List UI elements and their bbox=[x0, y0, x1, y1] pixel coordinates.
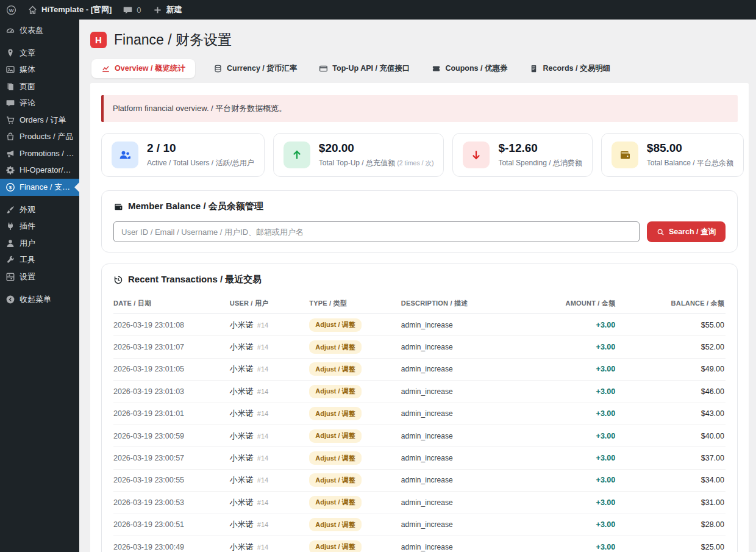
new-content-link[interactable]: 新建 bbox=[152, 4, 182, 15]
content-panel: Platform financial overview. / 平台财务数据概览。… bbox=[90, 83, 749, 552]
transaction-type: Adjust / 调整 bbox=[309, 340, 401, 354]
sidebar-item-label: Orders / 订单 bbox=[20, 115, 66, 126]
member-search-input[interactable] bbox=[113, 221, 640, 242]
user-id: #14 bbox=[255, 454, 268, 462]
comment-bubble-icon bbox=[123, 5, 133, 15]
member-balance-title: Member Balance / 会员余额管理 bbox=[113, 201, 726, 212]
sidebar-item-finance[interactable]: $Finance / 支付通 bbox=[0, 179, 79, 196]
transaction-row: 2026-03-19 23:01:08小米诺 #14Adjust / 调整adm… bbox=[113, 314, 726, 336]
bag-icon bbox=[5, 132, 15, 142]
transaction-date: 2026-03-19 23:01:01 bbox=[113, 409, 230, 418]
transaction-amount: +3.00 bbox=[536, 498, 616, 507]
stat-label: Total Spending / 总消费额 bbox=[498, 158, 582, 168]
svg-text:$: $ bbox=[9, 185, 12, 190]
search-button[interactable]: Search / 查询 bbox=[647, 221, 726, 242]
transaction-row: 2026-03-19 23:00:51小米诺 #14Adjust / 调整adm… bbox=[113, 514, 726, 536]
page-title: Finance / 财务设置 bbox=[114, 30, 232, 49]
transaction-user: 小米诺 #14 bbox=[230, 497, 310, 508]
transaction-description: admin_increase bbox=[401, 409, 536, 418]
member-balance-card: Member Balance / 会员余额管理 Search / 查询 bbox=[101, 190, 738, 253]
transaction-description: admin_increase bbox=[401, 454, 536, 462]
transaction-row: 2026-03-19 23:00:55小米诺 #14Adjust / 调整adm… bbox=[113, 470, 726, 492]
type-badge: Adjust / 调整 bbox=[309, 362, 361, 376]
transaction-type: Adjust / 调整 bbox=[309, 451, 401, 465]
transaction-amount: +3.00 bbox=[536, 343, 616, 351]
sidebar-item-tools[interactable]: 工具 bbox=[0, 252, 79, 269]
collapse-icon bbox=[5, 295, 15, 304]
tab-label: Overview / 概览统计 bbox=[115, 63, 185, 74]
transaction-amount: +3.00 bbox=[536, 454, 616, 462]
brush-icon bbox=[5, 205, 15, 215]
sidebar-item-collapse[interactable]: 收起菜单 bbox=[0, 291, 79, 308]
wp-logo-menu[interactable]: W bbox=[6, 5, 16, 15]
sidebar-item-label: 外观 bbox=[20, 204, 35, 215]
stat-card-balance: $85.00Total Balance / 平台总余额 bbox=[601, 133, 744, 177]
sidebar-item-posts[interactable]: 文章 bbox=[0, 45, 79, 62]
sidebar-item-label: 媒体 bbox=[20, 64, 35, 75]
transaction-amount: +3.00 bbox=[536, 321, 616, 329]
user-id: #14 bbox=[255, 521, 268, 528]
column-header: USER / 用户 bbox=[230, 299, 310, 308]
sidebar-item-label: 插件 bbox=[20, 221, 35, 232]
transaction-date: 2026-03-19 23:00:59 bbox=[113, 432, 230, 440]
type-badge: Adjust / 调整 bbox=[309, 385, 361, 398]
table-header-row: DATE / 日期USER / 用户TYPE / 类型DESCRIPTION /… bbox=[113, 293, 726, 314]
tab-records[interactable]: Records / 交易明细 bbox=[526, 59, 613, 78]
transaction-balance: $40.00 bbox=[615, 432, 726, 440]
coins-icon bbox=[213, 64, 223, 73]
transaction-date: 2026-03-19 23:01:05 bbox=[113, 365, 230, 373]
transaction-amount: +3.00 bbox=[536, 432, 616, 440]
site-link[interactable]: HiTemplate - [官网] bbox=[27, 4, 112, 15]
sidebar-item-plugins[interactable]: 插件 bbox=[0, 218, 79, 235]
card-icon bbox=[319, 64, 328, 73]
tab-currency[interactable]: Currency / 货币汇率 bbox=[210, 59, 301, 78]
transaction-type: Adjust / 调整 bbox=[309, 518, 401, 531]
sidebar-item-promotions[interactable]: Promotions / 促销 bbox=[0, 145, 79, 162]
tab-topup-api[interactable]: Top-Up API / 充值接口 bbox=[315, 59, 413, 78]
user-id: #14 bbox=[255, 365, 268, 373]
wp-admin-bar: W HiTemplate - [官网] 0 新建 bbox=[0, 0, 756, 20]
pages-icon bbox=[5, 82, 15, 91]
tab-label: Coupons / 优惠券 bbox=[445, 63, 507, 74]
column-header: TYPE / 类型 bbox=[309, 299, 401, 308]
tab-coupons[interactable]: Coupons / 优惠券 bbox=[428, 59, 511, 78]
home-icon bbox=[27, 5, 38, 15]
media-icon bbox=[5, 65, 15, 74]
sidebar-item-pages[interactable]: 页面 bbox=[0, 78, 79, 95]
sidebar-item-orders[interactable]: Orders / 订单 bbox=[0, 112, 79, 129]
sidebar-item-dashboard[interactable]: 仪表盘 bbox=[0, 22, 79, 39]
stat-card-users: 2 / 10Active / Total Users / 活跃/总用户 bbox=[101, 133, 265, 177]
transaction-balance: $46.00 bbox=[615, 387, 726, 396]
sidebar-item-label: 收起菜单 bbox=[20, 294, 51, 305]
transaction-description: admin_increase bbox=[401, 543, 536, 551]
sidebar-item-hi-operator[interactable]: Hi-Operator/设置 bbox=[0, 162, 79, 179]
sidebar-item-appearance[interactable]: 外观 bbox=[0, 201, 79, 218]
transaction-date: 2026-03-19 23:01:03 bbox=[113, 387, 230, 396]
transaction-balance: $28.00 bbox=[615, 520, 726, 529]
search-icon bbox=[657, 228, 665, 236]
transaction-type: Adjust / 调整 bbox=[309, 362, 401, 376]
transaction-row: 2026-03-19 23:01:07小米诺 #14Adjust / 调整adm… bbox=[113, 336, 726, 358]
type-badge: Adjust / 调整 bbox=[309, 340, 361, 354]
tab-overview[interactable]: Overview / 概览统计 bbox=[91, 59, 195, 78]
transaction-description: admin_increase bbox=[401, 321, 536, 329]
recent-transactions-title: Recent Transactions / 最近交易 bbox=[113, 274, 726, 285]
transaction-balance: $52.00 bbox=[615, 343, 726, 351]
ticket-icon bbox=[432, 64, 441, 73]
tab-label: Currency / 货币汇率 bbox=[227, 63, 297, 74]
transaction-row: 2026-03-19 23:00:59小米诺 #14Adjust / 调整adm… bbox=[113, 425, 726, 447]
sidebar-item-users[interactable]: 用户 bbox=[0, 235, 79, 252]
pin-icon bbox=[5, 48, 15, 58]
transaction-description: admin_increase bbox=[401, 365, 536, 373]
stat-cards-row: 2 / 10Active / Total Users / 活跃/总用户 $20.… bbox=[101, 133, 738, 177]
arrow-up-icon bbox=[284, 142, 310, 168]
sidebar-item-media[interactable]: 媒体 bbox=[0, 62, 79, 79]
sidebar-item-comments[interactable]: 评论 bbox=[0, 95, 79, 112]
cart-icon bbox=[5, 115, 15, 125]
transaction-user: 小米诺 #14 bbox=[230, 320, 310, 331]
sidebar-item-label: 工具 bbox=[20, 254, 35, 265]
comments-link[interactable]: 0 bbox=[123, 5, 141, 15]
user-id: #14 bbox=[255, 432, 268, 440]
sidebar-item-settings[interactable]: 设置 bbox=[0, 268, 79, 285]
sidebar-item-products[interactable]: Products / 产品 bbox=[0, 129, 79, 146]
